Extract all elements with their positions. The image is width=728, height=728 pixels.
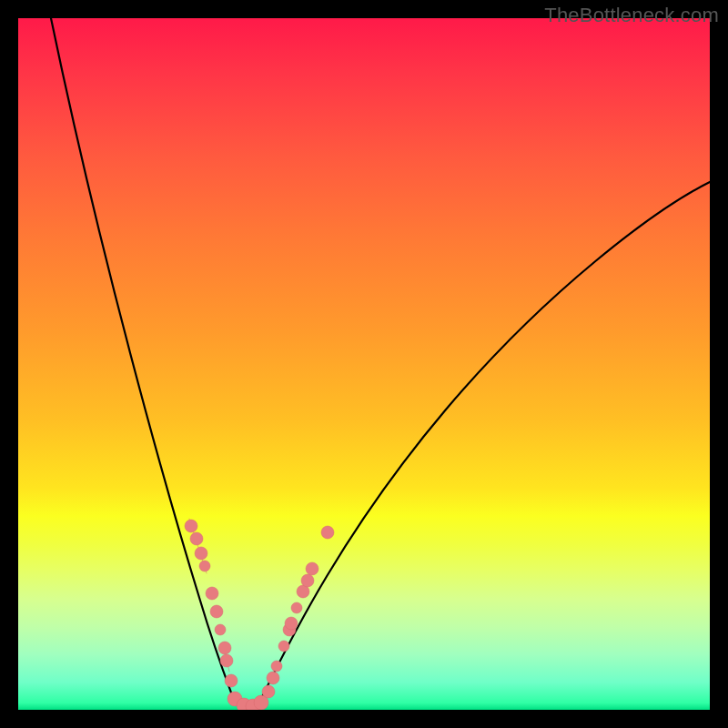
svg-point-8 — [199, 561, 210, 571]
svg-point-24 — [285, 617, 298, 630]
svg-point-20 — [267, 672, 279, 684]
plot-frame — [18, 18, 710, 710]
svg-point-7 — [195, 547, 207, 560]
svg-point-12 — [218, 642, 231, 654]
svg-point-14 — [225, 674, 238, 687]
svg-point-13 — [220, 654, 233, 667]
bead-markers — [185, 520, 334, 710]
svg-point-22 — [278, 641, 289, 652]
svg-point-19 — [262, 685, 275, 698]
svg-point-10 — [210, 605, 223, 618]
svg-point-6 — [190, 532, 203, 545]
svg-point-11 — [215, 624, 226, 635]
curve-right — [259, 182, 710, 703]
svg-point-27 — [301, 574, 314, 587]
plot-svg — [18, 18, 710, 710]
svg-point-28 — [306, 562, 318, 575]
curve-left — [51, 18, 235, 703]
svg-point-21 — [271, 661, 282, 672]
watermark-text: TheBottleneck.com — [544, 4, 719, 27]
svg-point-29 — [321, 526, 334, 539]
svg-point-25 — [291, 602, 302, 613]
svg-point-5 — [185, 520, 197, 532]
svg-point-9 — [206, 587, 218, 600]
